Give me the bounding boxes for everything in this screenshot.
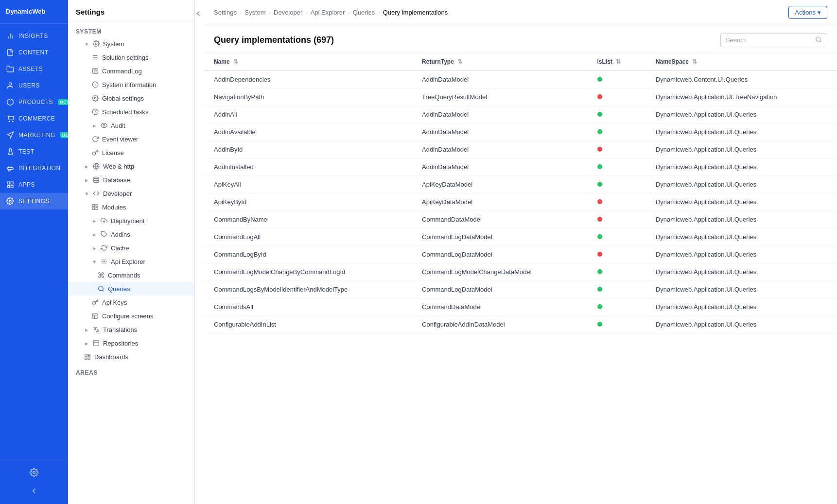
table-row[interactable]: AddinAvailableAddinDataModelDynamicweb.A… bbox=[204, 123, 837, 141]
col-namespace[interactable]: NameSpace ⇅ bbox=[646, 53, 837, 70]
nav-bottom-settings-icon[interactable] bbox=[0, 463, 68, 482]
translations-label: Translations bbox=[103, 326, 137, 333]
svg-point-5 bbox=[13, 121, 13, 122]
sidebar-item-web-http[interactable]: ▸ Web & http bbox=[68, 159, 194, 173]
cell-islist bbox=[588, 263, 646, 281]
sidebar-item-solution-settings[interactable]: Solution settings bbox=[68, 51, 194, 64]
sidebar-item-database[interactable]: ▸ Database bbox=[68, 173, 194, 187]
cell-returntype: AddinDataModel bbox=[412, 158, 587, 176]
nav-item-apps[interactable]: APPS bbox=[0, 176, 68, 193]
sidebar-item-deployment[interactable]: ▸ Deployment bbox=[68, 214, 194, 227]
table-row[interactable]: AddinDependenciesAddinDataModelDynamicwe… bbox=[204, 70, 837, 88]
sidebar-item-api-explorer[interactable]: ▾ Api Explorer bbox=[68, 255, 194, 268]
search-icon bbox=[815, 36, 822, 44]
sidebar-item-audit[interactable]: ▸ Audit bbox=[68, 119, 194, 132]
table-row[interactable]: ApiKeyAllApiKeyDataModelDynamicweb.Appli… bbox=[204, 176, 837, 193]
sidebar-item-commands[interactable]: Commands bbox=[68, 268, 194, 282]
products-badge: BETA bbox=[58, 99, 68, 105]
search-input[interactable] bbox=[726, 36, 811, 44]
cell-name: CommandsAll bbox=[204, 298, 412, 316]
islist-true-dot bbox=[597, 322, 602, 327]
nav-item-settings[interactable]: SETTINGS bbox=[0, 193, 68, 209]
breadcrumb-queries[interactable]: Queries bbox=[353, 9, 375, 16]
title-text: Query implementations bbox=[214, 35, 311, 45]
cell-returntype: AddinDataModel bbox=[412, 123, 587, 141]
breadcrumb-sep-4: › bbox=[348, 9, 349, 16]
table-row[interactable]: CommandLogsByModelIdentifierAndModelType… bbox=[204, 281, 837, 298]
table-row[interactable]: ConfigurableAddInListConfigurableAddInDa… bbox=[204, 316, 837, 333]
clock-icon bbox=[91, 108, 99, 116]
col-islist[interactable]: IsList ⇅ bbox=[588, 53, 646, 70]
sidebar-item-cache[interactable]: ▸ Cache bbox=[68, 241, 194, 255]
sidebar-item-commandlog[interactable]: CommandLog bbox=[68, 64, 194, 78]
sidebar-item-queries[interactable]: Queries bbox=[68, 282, 194, 295]
sidebar-item-event-viewer[interactable]: Event viewer bbox=[68, 132, 194, 146]
sidebar-item-api-keys[interactable]: Api Keys bbox=[68, 295, 194, 309]
svg-point-23 bbox=[94, 97, 96, 99]
solution-settings-label: Solution settings bbox=[102, 54, 148, 61]
sidebar-item-dashboards[interactable]: Dashboards bbox=[68, 350, 194, 364]
table-row[interactable]: AddinByIdAddinDataModelDynamicweb.Applic… bbox=[204, 141, 837, 158]
configure-screens-label: Configure screens bbox=[102, 313, 154, 320]
sidebar-item-modules[interactable]: Modules bbox=[68, 200, 194, 214]
sidebar-item-repositories[interactable]: ▸ Repositories bbox=[68, 336, 194, 350]
nav-bottom-back-icon[interactable] bbox=[0, 482, 68, 500]
nav-item-integration[interactable]: INTEGRATION bbox=[0, 160, 68, 176]
sidebar-item-scheduled-tasks[interactable]: Scheduled tasks bbox=[68, 105, 194, 119]
commerce-nav-label: COMMERCE bbox=[18, 115, 55, 122]
command-icon bbox=[97, 271, 105, 279]
table-row[interactable]: NavigationByPathTreeQueryResultModelDyna… bbox=[204, 88, 837, 106]
web-http-label: Web & http bbox=[103, 163, 134, 170]
sidebar-item-developer[interactable]: ▾ Developer bbox=[68, 187, 194, 200]
cell-islist bbox=[588, 141, 646, 158]
sidebar-item-global-settings[interactable]: Global settings bbox=[68, 91, 194, 105]
sidebar-item-translations[interactable]: ▸ Translations bbox=[68, 323, 194, 336]
sidebar-toggle[interactable] bbox=[194, 0, 204, 504]
actions-button[interactable]: Actions ▾ bbox=[788, 6, 827, 19]
info-icon bbox=[91, 81, 99, 88]
sidebar-item-license[interactable]: License bbox=[68, 146, 194, 159]
nav-items: INSIGHTSCONTENTASSETSUSERSPRODUCTSBETACO… bbox=[0, 24, 68, 459]
col-name[interactable]: Name ⇅ bbox=[204, 53, 412, 70]
nav-bottom bbox=[0, 459, 68, 504]
breadcrumb: Settings › System › Developer › Api Expl… bbox=[204, 0, 837, 25]
breadcrumb-settings[interactable]: Settings bbox=[214, 9, 237, 16]
sidebar-item-configure-screens[interactable]: Configure screens bbox=[68, 309, 194, 323]
translate-icon bbox=[92, 326, 100, 333]
col-returntype[interactable]: ReturnType ⇅ bbox=[412, 53, 587, 70]
breadcrumb-system[interactable]: System bbox=[244, 9, 265, 16]
cell-name: AddinAll bbox=[204, 106, 412, 123]
table-row[interactable]: AddinInstalledAddinDataModelDynamicweb.A… bbox=[204, 158, 837, 176]
event-viewer-label: Event viewer bbox=[102, 136, 138, 143]
cell-returntype: ApiKeyDataModel bbox=[412, 176, 587, 193]
sliders-icon bbox=[91, 53, 99, 61]
test-nav-label: TEST bbox=[18, 148, 35, 155]
table-row[interactable]: ApiKeyByIdApiKeyDataModelDynamicweb.Appl… bbox=[204, 193, 837, 211]
table-row[interactable]: AddinAllAddinDataModelDynamicweb.Applica… bbox=[204, 106, 837, 123]
nav-item-assets[interactable]: ASSETS bbox=[0, 61, 68, 77]
cell-namespace: Dynamicweb.Content.UI.Queries bbox=[646, 70, 837, 88]
nav-item-insights[interactable]: INSIGHTS bbox=[0, 28, 68, 44]
table-row[interactable]: CommandByNameCommandDataModelDynamicweb.… bbox=[204, 211, 837, 228]
commerce-nav-icon bbox=[6, 114, 15, 123]
sidebar-item-addins[interactable]: ▸ Addins bbox=[68, 227, 194, 241]
breadcrumb-actions: Actions ▾ bbox=[788, 6, 827, 19]
table-row[interactable]: CommandsAllCommandDataModelDynamicweb.Ap… bbox=[204, 298, 837, 316]
title-count: (697) bbox=[314, 35, 334, 45]
breadcrumb-api-explorer[interactable]: Api Explorer bbox=[311, 9, 345, 16]
table-row[interactable]: CommandLogByIdCommandLogDataModelDynamic… bbox=[204, 246, 837, 263]
table-row[interactable]: CommandLogModelChangeByCommandLogIdComma… bbox=[204, 263, 837, 281]
nav-item-commerce[interactable]: COMMERCE bbox=[0, 110, 68, 127]
breadcrumb-developer[interactable]: Developer bbox=[274, 9, 302, 16]
nav-item-products[interactable]: PRODUCTSBETA bbox=[0, 94, 68, 110]
table-row[interactable]: CommandLogAllCommandLogDataModelDynamicw… bbox=[204, 228, 837, 246]
cell-name: NavigationByPath bbox=[204, 88, 412, 106]
nav-item-test[interactable]: TEST bbox=[0, 143, 68, 160]
sidebar-item-system-information[interactable]: System information bbox=[68, 78, 194, 91]
nav-item-content[interactable]: CONTENT bbox=[0, 44, 68, 61]
nav-item-users[interactable]: USERS bbox=[0, 77, 68, 94]
sidebar-item-system[interactable]: ▾ System bbox=[68, 37, 194, 51]
page-title: Query implementations (697) bbox=[214, 35, 715, 45]
cell-islist bbox=[588, 211, 646, 228]
nav-item-marketing[interactable]: MARKETINGBETA bbox=[0, 127, 68, 143]
